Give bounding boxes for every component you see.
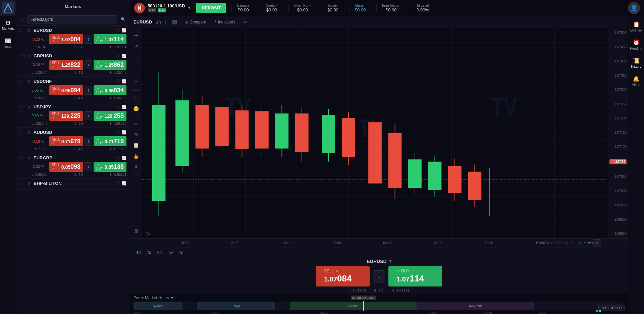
eurgbp-chart[interactable]: 📈	[122, 156, 126, 160]
usdchf-chart[interactable]: 📈	[122, 79, 126, 84]
eurgbp-buy-btn[interactable]: ↗ BUY 0.85138	[94, 162, 126, 172]
forex-dropdown-icon[interactable]: ▾	[171, 296, 173, 300]
gbpusd-chart[interactable]: 📈	[122, 54, 126, 58]
market-item-bhp[interactable]: ☆ 0 BHP-BILITON ⓘ 📈	[16, 179, 130, 190]
market-item-usdchf[interactable]: ☆ 0 USDCHF ⓘ 📈 0.05 % SELL ↗ 0.95994 ↕ ↗…	[16, 77, 130, 102]
right-sidebar: 📋 Opened ⏰ Pending 📜 History 🔔 Alerts	[628, 16, 644, 314]
chart-auto[interactable]: auto	[584, 241, 590, 245]
draw-tool-9[interactable]: 📋	[131, 141, 141, 150]
nav-item-news[interactable]: 📰 News	[0, 34, 16, 52]
usdjpy-sell-btn[interactable]: SELL ↗ 129.225	[49, 111, 83, 121]
asset-selector[interactable]: 583120-1.100/USD MT5 Live ▼	[134, 3, 191, 13]
period-1w[interactable]: 1w	[165, 249, 175, 256]
favorite-filter-btn[interactable]: ☆	[19, 16, 25, 23]
draw-tool-delete[interactable]: 🗑	[131, 226, 141, 235]
market-item-eurgbp[interactable]: ☆ 0 EURGBP ⓘ 📈 -0.03 % SELL ↗ 0.85098 ↕ …	[16, 153, 130, 179]
draw-tool-5[interactable]: ⛶	[131, 93, 141, 103]
draw-tool-4[interactable]: T	[131, 78, 141, 88]
draw-tool-11[interactable]: 👁	[131, 162, 141, 171]
usdchf-sell-btn[interactable]: SELL ↗ 0.95994	[49, 85, 83, 95]
market-item-audusd[interactable]: ☆ 0 AUDUSD ⓘ 📈 -0.18 % SELL ↗ 0.71679 ↕ …	[16, 128, 130, 153]
nav-item-markets[interactable]: ⊞ Markets	[0, 16, 16, 34]
bhp-info[interactable]: ⓘ	[116, 181, 120, 186]
trading-symbol-dropdown[interactable]: ▾	[389, 259, 391, 264]
eurusd-chart[interactable]: 📈	[122, 28, 126, 33]
chart-settings-btn[interactable]: ⚙	[593, 239, 601, 247]
right-item-alerts[interactable]: 🔔 Alerts	[628, 72, 644, 90]
usdjpy-star[interactable]: ☆	[19, 105, 24, 109]
usdjpy-info[interactable]: ⓘ	[116, 104, 120, 109]
draw-tool-7[interactable]: ✏	[131, 119, 141, 128]
eurgbp-star[interactable]: ☆	[19, 156, 24, 160]
market-item-gbpusd[interactable]: ☆ 0 GBPUSD ⓘ 📈 -0.20 % SELL ↗ 1.25822 ↕ …	[16, 51, 130, 77]
eurgbp-sell-btn[interactable]: SELL ↗ 0.85098	[49, 162, 83, 172]
trade-sell-button[interactable]: SELL ↗ 1.07084	[316, 266, 370, 286]
chart-toolbar: EURUSD 1h | ⬛ ⊕ Compare ƒ Indicators ↩	[130, 16, 628, 28]
eurusd-info[interactable]: ⓘ	[116, 28, 120, 33]
chart-timeframe[interactable]: 1h	[156, 19, 161, 24]
market-filter-select[interactable]: ForexMajors Crypto Stocks Indices Commod…	[28, 15, 117, 23]
usdchf-info[interactable]: ⓘ	[116, 79, 120, 84]
draw-tool-1[interactable]: ↗	[131, 42, 141, 51]
draw-tool-10[interactable]: 🔒	[131, 151, 141, 161]
right-item-history[interactable]: 📜 History	[628, 54, 644, 72]
chart-compare-btn[interactable]: ⊕ Compare	[183, 19, 208, 25]
time-21-00: 21:00	[210, 241, 260, 245]
eurusd-name: EURUSD	[34, 28, 114, 33]
bhp-star[interactable]: ☆	[19, 181, 24, 186]
audusd-mid-btn[interactable]: ↕	[85, 137, 92, 146]
draw-tool-2[interactable]: ═	[131, 57, 141, 66]
svg-rect-33	[152, 105, 166, 201]
period-3d[interactable]: 3d	[155, 249, 164, 256]
nav-markets-label: Markets	[2, 27, 14, 31]
crosshair-tool[interactable]: ✛	[131, 31, 141, 40]
period-1d[interactable]: 1d	[133, 249, 143, 256]
alerts-icon: 🔔	[633, 75, 640, 82]
eurusd-star[interactable]: ☆	[19, 28, 24, 33]
gbpusd-star[interactable]: ☆	[19, 54, 24, 58]
profile-button[interactable]: 👤	[628, 2, 640, 14]
audusd-chart[interactable]: 📈	[122, 130, 126, 135]
deposit-button[interactable]: DEPOSIT	[196, 3, 226, 13]
trade-mid-button[interactable]: ↕	[373, 270, 385, 282]
audusd-buy-btn[interactable]: ↗ BUY 0.71719	[94, 136, 126, 146]
usdjpy-chart[interactable]: 📈	[122, 105, 126, 109]
audusd-sell-btn[interactable]: SELL ↗ 0.71679	[49, 136, 83, 146]
utc-button[interactable]: UTC +03:00	[598, 305, 625, 311]
draw-tool-8[interactable]: ⊕	[131, 130, 141, 139]
period-2d[interactable]: 2d	[144, 249, 154, 256]
eurusd-buy-btn[interactable]: ↗ BUY 1.07114	[94, 34, 126, 44]
gbpusd-sell-btn[interactable]: SELL ↗ 1.25822	[49, 60, 83, 70]
period-1m[interactable]: 1m	[176, 249, 187, 256]
usdchf-star[interactable]: ☆	[19, 79, 24, 84]
draw-tool-3[interactable]: ⟋	[131, 67, 141, 77]
audusd-info[interactable]: ⓘ	[116, 130, 120, 135]
usdjpy-buy-btn[interactable]: ↗ BUY 129.255	[94, 111, 126, 121]
chart-candlestick-btn[interactable]: ⬛	[170, 19, 179, 25]
usdchf-mid-btn[interactable]: ↕	[85, 86, 92, 95]
chart-indicators-btn[interactable]: ƒ Indicators	[212, 19, 237, 25]
trade-buy-button[interactable]: ↗ BUY 1.07114	[388, 266, 442, 286]
svg-rect-45	[275, 113, 289, 148]
trading-buttons-row: SELL ↗ 1.07084 ↕ ↗ BUY 1.07114	[316, 266, 442, 286]
bhp-chart[interactable]: 📈	[122, 181, 126, 186]
gbpusd-info[interactable]: ⓘ	[116, 53, 120, 58]
audusd-star[interactable]: ☆	[19, 130, 24, 135]
right-item-opened[interactable]: 📋 Opened	[628, 17, 644, 36]
opened-icon: 📋	[633, 21, 640, 28]
market-item-usdjpy[interactable]: ☆ 0 USDJPY ⓘ 📈 0.39 % SELL ↗ 129.225 ↕ ↗…	[16, 102, 130, 128]
usdchf-buy-btn[interactable]: ↗ BUY 0.96034	[94, 85, 126, 95]
eurgbp-mid-btn[interactable]: ↕	[85, 162, 92, 171]
gbpusd-buy-btn[interactable]: ↗ BUY 1.25862	[94, 60, 126, 70]
market-item-eurusd[interactable]: ☆ 0 EURUSD ⓘ 📈 -0.23 % SELL ↗ 1.07084 ↕ …	[16, 26, 130, 51]
forex-hours-bar: Forex Market Hours ▾ Sydney Tokyo London…	[130, 294, 628, 314]
eurgbp-info[interactable]: ⓘ	[116, 155, 120, 160]
gbpusd-mid-btn[interactable]: ↕	[85, 60, 92, 69]
eurusd-sell-btn[interactable]: SELL ↗ 1.07084	[49, 34, 83, 44]
eurusd-mid-btn[interactable]: ↕	[85, 35, 92, 44]
market-search-btn[interactable]: 🔍	[119, 15, 127, 23]
draw-tool-6[interactable]: 😊	[131, 104, 141, 113]
chart-undo-btn[interactable]: ↩	[241, 19, 249, 25]
usdjpy-mid-btn[interactable]: ↕	[85, 111, 92, 120]
right-item-pending[interactable]: ⏰ Pending	[628, 36, 644, 54]
